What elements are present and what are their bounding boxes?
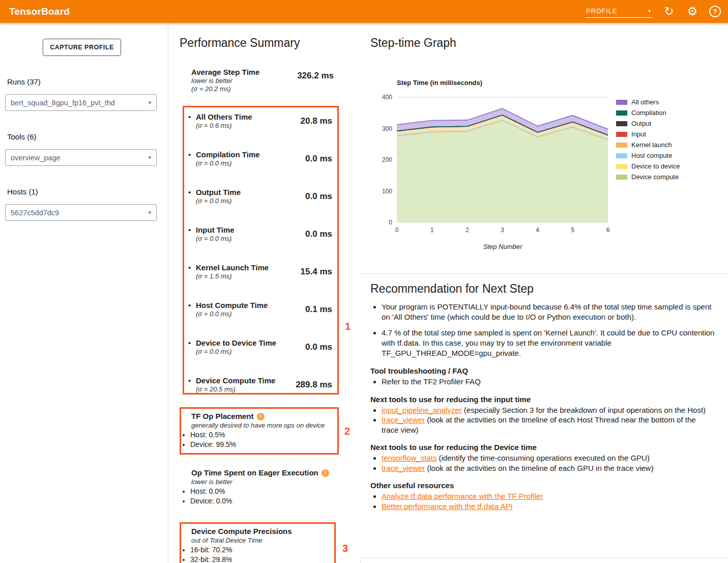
tool-link[interactable]: Better performance with the tf.data API xyxy=(382,502,513,511)
annotation-box-2: TF Op Placement i generally desired to h… xyxy=(180,407,339,455)
section-heading: Other useful resources xyxy=(370,481,715,490)
bullet: • xyxy=(188,339,196,356)
metric-labels: Device Compute Time(σ = 20.5 ms) xyxy=(196,376,296,393)
svg-text:4: 4 xyxy=(536,227,539,234)
metric-labels: Kernel Launch Time(σ = 1.5 ms) xyxy=(196,263,301,280)
metric-labels: Host Compute Time(σ = 0.0 ms) xyxy=(196,301,305,318)
step-time-graph-title: Step-time Graph xyxy=(370,36,456,50)
metric-value: 20.8 ms xyxy=(301,116,332,130)
annotation-box-3: Device Compute Precisions out of Total D… xyxy=(180,522,336,563)
stat-title-text: Op Time Spent on Eager Execution xyxy=(191,468,318,477)
annotation-number-3: 3 xyxy=(342,543,348,554)
section-item-text: (look at the activities on the timeline … xyxy=(425,464,653,472)
chevron-down-icon: ▾ xyxy=(648,8,651,14)
metric-labels: All Others Time(σ = 0.6 ms) xyxy=(196,112,301,130)
stat-subtitle: lower is better xyxy=(191,477,337,486)
metric-value: 15.4 ms xyxy=(301,267,332,280)
svg-text:100: 100 xyxy=(382,188,392,195)
section-list: input_pipeline_analyzer (especially Sect… xyxy=(370,405,715,435)
tool-link[interactable]: input_pipeline_analyzer xyxy=(382,406,462,414)
metric-label: Device to Device Time xyxy=(196,339,305,348)
topbar: TensorBoard PROFILE ▾ ↻ ⚙ ? xyxy=(0,0,728,23)
metric-note: lower is better xyxy=(191,77,259,85)
metric-value: 0.0 ms xyxy=(305,342,332,356)
dashboard-select-value: PROFILE xyxy=(586,7,617,15)
metric-label: Average Step Time xyxy=(191,68,259,77)
bullet: • xyxy=(188,263,196,280)
eager-list: Host: 0.0%Device: 0.0% xyxy=(181,487,337,505)
tools-select[interactable]: overview_page ▾ xyxy=(5,149,157,166)
precisions-list: 16-bit: 70.2%32-bit: 29.8% xyxy=(181,545,334,563)
legend-label: Kernel launch xyxy=(631,141,672,149)
capture-profile-button[interactable]: CAPTURE PROFILE xyxy=(43,39,121,56)
topbar-actions: PROFILE ▾ ↻ ⚙ ? xyxy=(585,5,728,18)
section-list: tensorflow_stats (identify the time-cons… xyxy=(370,453,715,473)
metric-sigma: (σ = 0.0 ms) xyxy=(196,197,305,205)
legend-item: Compilation xyxy=(616,107,680,118)
section-heading: Next tools to use for reducing the Devic… xyxy=(370,442,715,452)
reload-icon[interactable]: ↻ xyxy=(662,6,676,17)
metric-value: 0.0 ms xyxy=(305,191,332,205)
legend-swatch xyxy=(616,132,627,137)
section-list: Analyze tf.data performance with the TF … xyxy=(370,491,715,511)
legend-item: Kernel launch xyxy=(616,139,680,150)
chart-legend: All othersCompilationOutputInputKernel l… xyxy=(616,97,680,182)
metric-labels: Input Time(σ = 0.0 ms) xyxy=(196,226,305,243)
metric-row: •Device to Device Time(σ = 0.0 ms)0.0 ms xyxy=(188,339,332,356)
tf-op-placement-title: TF Op Placement i xyxy=(191,412,337,421)
metric-sigma: (σ = 20.5 ms) xyxy=(196,385,296,393)
dashboard-select[interactable]: PROFILE ▾ xyxy=(585,5,652,18)
help-icon[interactable]: ? xyxy=(709,6,721,17)
info-icon[interactable]: i xyxy=(257,413,265,420)
metric-labels: Output Time(σ = 0.0 ms) xyxy=(196,188,305,205)
performance-summary-panel: Performance Summary Average Step Time lo… xyxy=(168,23,361,563)
metric-value: 0.1 ms xyxy=(305,304,332,318)
recommendation-bullets: Your program is POTENTIALLY input-bound … xyxy=(370,302,715,358)
bullet: • xyxy=(188,112,196,130)
section-list: Refer to the TF2 Profiler FAQ xyxy=(370,377,715,387)
bullet: • xyxy=(188,226,196,243)
tool-link[interactable]: tensorflow_stats xyxy=(382,454,436,462)
metric-row: •Output Time(σ = 0.0 ms)0.0 ms xyxy=(188,188,332,205)
gear-icon[interactable]: ⚙ xyxy=(686,6,699,17)
tool-link[interactable]: trace_viewer xyxy=(382,415,425,424)
chevron-down-icon: ▾ xyxy=(148,99,151,106)
metric-row: •Host Compute Time(σ = 0.0 ms)0.1 ms xyxy=(188,301,332,318)
tool-link[interactable]: trace_viewer xyxy=(382,464,425,472)
metric-labels: Compilation Time(σ = 0.0 ms) xyxy=(196,150,305,167)
stat-subtitle: out of Total Device Time xyxy=(191,536,334,545)
svg-text:300: 300 xyxy=(382,125,392,132)
legend-swatch xyxy=(616,175,627,180)
legend-item: Device to device xyxy=(616,161,680,172)
stat-subtitle: generally desired to have more ops on de… xyxy=(191,421,337,430)
legend-swatch xyxy=(616,143,627,148)
metric-label: Input Time xyxy=(196,226,305,235)
runs-select[interactable]: bert_squad_8gpu_fp16_pvt_thd ▾ xyxy=(5,94,157,111)
svg-text:200: 200 xyxy=(382,156,392,163)
section-item-text: Refer to the TF2 Profiler FAQ xyxy=(382,377,481,386)
chevron-down-icon: ▾ xyxy=(148,209,151,216)
tf-op-placement-list: Host: 0.5%Device: 99.5% xyxy=(181,430,337,449)
tools-select-value: overview_page xyxy=(11,154,61,162)
info-icon[interactable]: i xyxy=(322,469,329,477)
stat-title-text: Device Compute Precisions xyxy=(191,527,292,536)
section-item-text: (look at the activities on the timeline … xyxy=(382,415,696,434)
recommendation-bullet: 4.7 % of the total step time sampled is … xyxy=(382,328,715,358)
metric-value: 0.0 ms xyxy=(305,154,332,167)
tool-link[interactable]: Analyze tf.data performance with the TF … xyxy=(382,492,543,500)
metric-value: 289.8 ms xyxy=(296,380,332,393)
legend-item: Input xyxy=(616,129,680,139)
section-item: Refer to the TF2 Profiler FAQ xyxy=(382,377,715,387)
svg-text:3: 3 xyxy=(501,227,504,234)
section-item: trace_viewer (look at the activities on … xyxy=(382,415,715,435)
metric-label: Host Compute Time xyxy=(196,301,305,310)
bullet: • xyxy=(188,301,196,318)
recommendation-panel: Recommendation for Next Step Your progra… xyxy=(360,273,728,558)
stat-item: 32-bit: 29.8% xyxy=(190,555,334,563)
svg-text:0: 0 xyxy=(395,227,399,234)
section-heading: Tool troubleshooting / FAQ xyxy=(370,366,715,376)
stat-item: Device: 99.5% xyxy=(190,440,337,449)
legend-label: Device compute xyxy=(631,173,679,181)
hosts-select[interactable]: 5627c5dd7dc9 ▾ xyxy=(5,204,157,221)
stat-item: Device: 0.0% xyxy=(190,496,337,506)
